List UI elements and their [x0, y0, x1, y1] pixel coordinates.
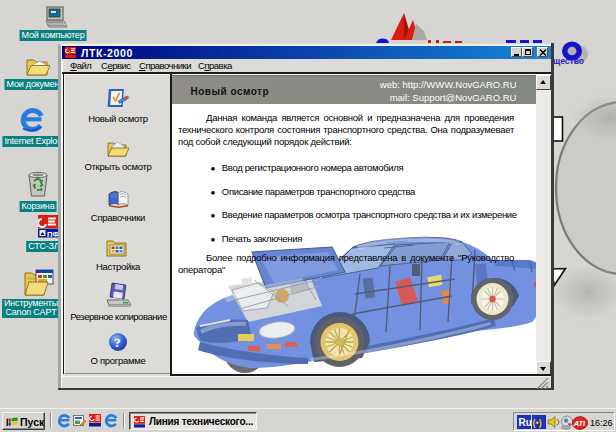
- svg-text:?: ?: [114, 335, 120, 350]
- svg-text:АТi: АТi: [573, 419, 586, 428]
- svg-text:Ru: Ru: [519, 417, 532, 428]
- svg-text:(•): (•): [533, 418, 542, 428]
- svg-text:щество: щество: [553, 56, 584, 66]
